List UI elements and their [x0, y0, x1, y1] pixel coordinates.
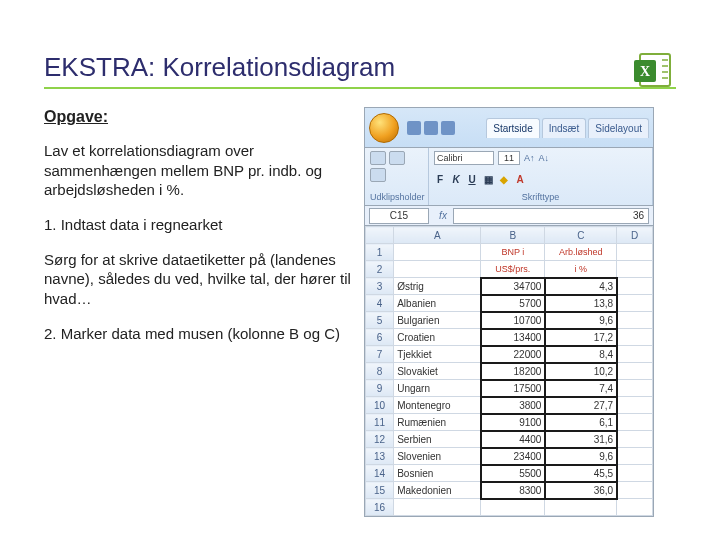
- cell[interactable]: [394, 244, 481, 261]
- cell[interactable]: BNP i: [481, 244, 545, 261]
- ribbon-tab-layout[interactable]: Sidelayout: [588, 118, 649, 138]
- cell[interactable]: 13,8: [545, 295, 617, 312]
- cell[interactable]: 17500: [481, 380, 545, 397]
- grow-font-icon[interactable]: A↑: [524, 153, 535, 163]
- cell[interactable]: Østrig: [394, 278, 481, 295]
- row-header[interactable]: 3: [366, 278, 394, 295]
- ribbon-tab-home[interactable]: Startside: [486, 118, 539, 138]
- cell[interactable]: Makedonien: [394, 482, 481, 499]
- cell[interactable]: [545, 499, 617, 516]
- shrink-font-icon[interactable]: A↓: [539, 153, 550, 163]
- cell[interactable]: 4,3: [545, 278, 617, 295]
- cell[interactable]: Albanien: [394, 295, 481, 312]
- cell[interactable]: Serbien: [394, 431, 481, 448]
- cell[interactable]: 17,2: [545, 329, 617, 346]
- cell[interactable]: 18200: [481, 363, 545, 380]
- cell[interactable]: [617, 414, 653, 431]
- row-header[interactable]: 6: [366, 329, 394, 346]
- cell[interactable]: 10,2: [545, 363, 617, 380]
- cell[interactable]: [617, 380, 653, 397]
- cell[interactable]: 13400: [481, 329, 545, 346]
- cell[interactable]: Tjekkiet: [394, 346, 481, 363]
- cell[interactable]: Slovenien: [394, 448, 481, 465]
- cell[interactable]: Bulgarien: [394, 312, 481, 329]
- ribbon-tab-insert[interactable]: Indsæt: [542, 118, 587, 138]
- col-header-a[interactable]: A: [394, 227, 481, 244]
- row-header[interactable]: 9: [366, 380, 394, 397]
- bold-button[interactable]: F: [434, 174, 446, 185]
- quick-access-toolbar[interactable]: [407, 121, 455, 135]
- name-box[interactable]: C15: [369, 208, 429, 224]
- row-header[interactable]: 7: [366, 346, 394, 363]
- cell[interactable]: i %: [545, 261, 617, 278]
- row-header[interactable]: 4: [366, 295, 394, 312]
- row-header[interactable]: 5: [366, 312, 394, 329]
- fx-icon[interactable]: fx: [433, 210, 453, 221]
- spreadsheet-grid[interactable]: A B C D 1BNP iArb.løshed2US$/prs.i %3Øst…: [365, 226, 653, 516]
- cell[interactable]: [617, 465, 653, 482]
- cell[interactable]: 7,4: [545, 380, 617, 397]
- cell[interactable]: 4400: [481, 431, 545, 448]
- row-header[interactable]: 13: [366, 448, 394, 465]
- row-header[interactable]: 15: [366, 482, 394, 499]
- font-size-select[interactable]: 11: [498, 151, 520, 165]
- row-header[interactable]: 10: [366, 397, 394, 414]
- office-button[interactable]: [369, 113, 399, 143]
- italic-button[interactable]: K: [450, 174, 462, 185]
- cell[interactable]: 36,0: [545, 482, 617, 499]
- cell[interactable]: 6,1: [545, 414, 617, 431]
- cell[interactable]: Montenegro: [394, 397, 481, 414]
- cell[interactable]: [617, 448, 653, 465]
- cell[interactable]: [617, 278, 653, 295]
- row-header[interactable]: 12: [366, 431, 394, 448]
- cell[interactable]: [617, 244, 653, 261]
- cell[interactable]: 3800: [481, 397, 545, 414]
- row-header[interactable]: 16: [366, 499, 394, 516]
- row-header[interactable]: 8: [366, 363, 394, 380]
- cell[interactable]: [394, 261, 481, 278]
- cell[interactable]: 23400: [481, 448, 545, 465]
- cell[interactable]: [617, 499, 653, 516]
- row-header[interactable]: 2: [366, 261, 394, 278]
- cell[interactable]: Croatien: [394, 329, 481, 346]
- cell[interactable]: [617, 261, 653, 278]
- cell[interactable]: 9,6: [545, 312, 617, 329]
- cell[interactable]: Rumænien: [394, 414, 481, 431]
- fill-color-icon[interactable]: ◆: [498, 174, 510, 185]
- cell[interactable]: [617, 329, 653, 346]
- row-header[interactable]: 14: [366, 465, 394, 482]
- cell[interactable]: Ungarn: [394, 380, 481, 397]
- cell[interactable]: 5700: [481, 295, 545, 312]
- cell[interactable]: [617, 482, 653, 499]
- select-all-corner[interactable]: [366, 227, 394, 244]
- row-header[interactable]: 1: [366, 244, 394, 261]
- cell[interactable]: 5500: [481, 465, 545, 482]
- cell[interactable]: [617, 431, 653, 448]
- underline-button[interactable]: U: [466, 174, 478, 185]
- col-header-b[interactable]: B: [481, 227, 545, 244]
- cell[interactable]: 22000: [481, 346, 545, 363]
- cell[interactable]: 31,6: [545, 431, 617, 448]
- cell[interactable]: 9100: [481, 414, 545, 431]
- font-color-icon[interactable]: A: [514, 174, 526, 185]
- cell[interactable]: 8,4: [545, 346, 617, 363]
- row-header[interactable]: 11: [366, 414, 394, 431]
- cell[interactable]: [617, 312, 653, 329]
- cell[interactable]: Slovakiet: [394, 363, 481, 380]
- cell[interactable]: [481, 499, 545, 516]
- font-name-select[interactable]: Calibri: [434, 151, 494, 165]
- cell[interactable]: 10700: [481, 312, 545, 329]
- cell[interactable]: 8300: [481, 482, 545, 499]
- cell[interactable]: [617, 363, 653, 380]
- cell[interactable]: [617, 346, 653, 363]
- cell[interactable]: Arb.løshed: [545, 244, 617, 261]
- cell[interactable]: 34700: [481, 278, 545, 295]
- cell[interactable]: US$/prs.: [481, 261, 545, 278]
- col-header-c[interactable]: C: [545, 227, 617, 244]
- cell[interactable]: 45,5: [545, 465, 617, 482]
- border-icon[interactable]: ▦: [482, 174, 494, 185]
- cell[interactable]: [617, 397, 653, 414]
- cell[interactable]: Bosnien: [394, 465, 481, 482]
- cell[interactable]: [394, 499, 481, 516]
- clipboard-buttons[interactable]: [370, 151, 423, 182]
